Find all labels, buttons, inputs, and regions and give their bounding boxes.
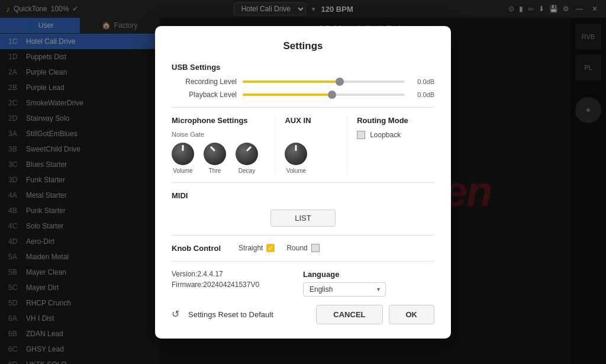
usb-settings-label: USB Settings: [172, 63, 434, 72]
recording-level-row: Recording Level 0.0dB: [172, 78, 434, 86]
routing-section-label: Routing Mode: [357, 116, 434, 125]
loopback-label: Loopback: [370, 131, 401, 139]
aux-section: AUX IN Volume: [275, 116, 347, 174]
knob-aux-volume: Volume: [285, 143, 307, 174]
round-checkbox[interactable]: [311, 244, 320, 252]
noise-gate-label: Noise Gate: [172, 131, 275, 138]
straight-checkbox[interactable]: [266, 244, 275, 252]
aux-section-label: AUX IN: [285, 116, 347, 125]
round-option[interactable]: Round: [286, 244, 319, 252]
knob-decay-label: Decay: [238, 167, 255, 174]
version-block: Version:2.4.4.17 Firmware:202404241537V0: [172, 270, 303, 291]
knob-aux-volume-dial[interactable]: [285, 143, 307, 165]
recording-level-value: 0.0dB: [411, 78, 434, 85]
knob-control-section: Knob Control Straight Round: [172, 244, 434, 253]
round-label: Round: [286, 244, 307, 252]
settings-dialog: Settings USB Settings Recording Level 0.…: [155, 26, 451, 339]
language-label: Language: [303, 270, 434, 279]
playback-level-row: Playback Level 0.0dB: [172, 91, 434, 99]
knobs-row: Volume Thre Decay: [172, 143, 275, 174]
playback-level-label: Playback Level: [172, 91, 237, 99]
usb-settings: USB Settings Recording Level 0.0dB Playb…: [172, 63, 434, 99]
knob-volume: Volume: [172, 143, 194, 174]
ok-button[interactable]: OK: [389, 305, 435, 324]
loopback-checkbox[interactable]: [357, 131, 365, 139]
knob-volume-dial[interactable]: [172, 143, 194, 165]
midi-list-button[interactable]: LIST: [270, 210, 335, 227]
mic-section: Microphone Settings Noise Gate Volume Th…: [172, 116, 275, 174]
version-lang-row: Version:2.4.4.17 Firmware:202404241537V0…: [172, 270, 434, 297]
recording-level-slider[interactable]: [243, 80, 405, 83]
mic-section-label: Microphone Settings: [172, 116, 275, 125]
reset-section: ↺ Settings Reset to Default: [172, 308, 273, 320]
knob-aux-volume-label: Volume: [286, 167, 306, 174]
routing-section: Routing Mode Loopback: [347, 116, 434, 174]
knob-volume-label: Volume: [173, 167, 192, 174]
midi-section-label: MIDI: [172, 191, 434, 200]
aux-knobs-row: Volume: [285, 143, 347, 174]
playback-level-slider[interactable]: [243, 94, 405, 96]
cancel-button[interactable]: CANCEL: [316, 305, 382, 324]
knob-decay-dial[interactable]: [236, 143, 258, 165]
knob-thre-label: Thre: [209, 167, 221, 174]
midi-section: MIDI LIST: [172, 191, 434, 227]
version-text: Version:2.4.4.17: [172, 270, 303, 278]
knob-decay: Decay: [236, 143, 258, 174]
overlay: Settings USB Settings Recording Level 0.…: [0, 0, 606, 364]
reset-icon[interactable]: ↺: [172, 308, 183, 320]
straight-option[interactable]: Straight: [238, 244, 275, 252]
knob-thre: Thre: [204, 143, 226, 174]
loopback-option[interactable]: Loopback: [357, 131, 434, 139]
firmware-text: Firmware:202404241537V0: [172, 281, 303, 289]
settings-title: Settings: [172, 40, 434, 52]
straight-label: Straight: [238, 244, 263, 252]
knob-thre-dial[interactable]: [204, 143, 226, 165]
mic-aux-routing: Microphone Settings Noise Gate Volume Th…: [172, 116, 434, 174]
knob-control-label: Knob Control: [172, 244, 221, 253]
reset-label: Settings Reset to Default: [188, 310, 273, 319]
language-select-wrapper: English Chinese Japanese Korean: [303, 282, 386, 297]
playback-level-value: 0.0dB: [411, 91, 434, 98]
dialog-buttons: CANCEL OK: [316, 305, 434, 324]
recording-level-label: Recording Level: [172, 78, 237, 86]
language-select[interactable]: English Chinese Japanese Korean: [303, 282, 386, 297]
lang-block: Language English Chinese Japanese Korean: [303, 270, 434, 297]
reset-buttons-row: ↺ Settings Reset to Default CANCEL OK: [172, 305, 434, 324]
